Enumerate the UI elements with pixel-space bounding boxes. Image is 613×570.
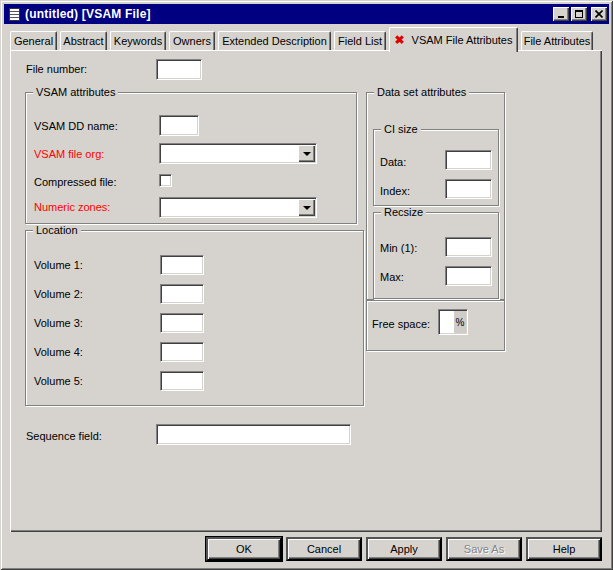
recsize-max-label: Max: <box>380 271 404 283</box>
tab-extended-description[interactable]: Extended Description <box>218 31 331 50</box>
minimize-icon <box>558 16 564 18</box>
numeric-zones-dropdown-button[interactable] <box>298 199 315 216</box>
ci-data-label: Data: <box>380 156 406 168</box>
volume-3-label: Volume 3: <box>34 317 83 329</box>
ci-index-input[interactable] <box>445 179 492 199</box>
numeric-zones-value <box>163 201 296 215</box>
tab-vsam-file-attributes[interactable]: ✖ VSAM File Attributes <box>389 27 518 52</box>
data-set-attributes-group: Data set attributes CI size Data: Index:… <box>366 92 505 300</box>
location-group: Location Volume 1: Volume 2: Volume 3: V… <box>25 230 364 406</box>
free-space-group: Free space: % <box>366 300 505 351</box>
ci-data-input[interactable] <box>445 150 492 170</box>
volume-2-input[interactable] <box>160 284 204 304</box>
volume-1-input[interactable] <box>160 255 204 275</box>
recsize-title: Recsize <box>381 207 426 218</box>
vsam-file-attributes-page: File number: VSAM attributes VSAM DD nam… <box>10 50 602 532</box>
file-number-label: File number: <box>26 63 87 75</box>
volume-1-label: Volume 1: <box>34 259 83 271</box>
free-space-label: Free space: <box>372 318 430 330</box>
volume-4-label: Volume 4: <box>34 346 83 358</box>
maximize-button[interactable] <box>571 7 587 21</box>
ci-size-group: CI size Data: Index: <box>373 129 499 206</box>
document-icon <box>9 8 20 21</box>
vsam-dd-name-label: VSAM DD name: <box>34 120 118 132</box>
tab-keywords[interactable]: Keywords <box>110 31 166 50</box>
red-x-icon: ✖ <box>395 34 405 46</box>
maximize-icon <box>575 10 583 18</box>
chevron-down-icon <box>303 206 311 210</box>
vsam-file-org-select[interactable] <box>159 143 317 164</box>
sequence-field-input[interactable] <box>156 424 351 445</box>
compressed-file-label: Compressed file: <box>34 176 117 188</box>
data-set-attributes-title: Data set attributes <box>374 87 469 98</box>
tab-file-attributes[interactable]: File Attributes <box>521 31 593 50</box>
volume-2-label: Volume 2: <box>34 288 83 300</box>
ci-size-title: CI size <box>381 124 421 135</box>
volume-5-label: Volume 5: <box>34 375 83 387</box>
chevron-down-icon <box>303 152 311 156</box>
vsam-dd-name-input[interactable] <box>159 115 199 136</box>
close-button[interactable] <box>591 7 607 21</box>
close-icon <box>595 10 603 18</box>
window-title: (untitled) [VSAM File] <box>25 7 551 21</box>
help-button[interactable]: Help <box>526 537 602 561</box>
cancel-button[interactable]: Cancel <box>286 537 362 561</box>
tab-field-list[interactable]: Field List <box>334 31 386 50</box>
volume-3-input[interactable] <box>160 313 204 333</box>
recsize-min-input[interactable] <box>445 237 492 257</box>
numeric-zones-select[interactable] <box>159 197 317 218</box>
ci-index-label: Index: <box>380 185 410 197</box>
numeric-zones-label: Numeric zones: <box>34 201 110 213</box>
vsam-file-dialog: (untitled) [VSAM File] General Abstract … <box>0 0 613 570</box>
tab-abstract[interactable]: Abstract <box>60 31 107 50</box>
vsam-file-org-label: VSAM file org: <box>34 148 104 160</box>
recsize-max-input[interactable] <box>445 266 492 286</box>
free-space-input[interactable] <box>440 311 454 333</box>
compressed-file-checkbox[interactable] <box>159 174 172 187</box>
vsam-file-org-value <box>163 147 296 161</box>
recsize-min-label: Min (1): <box>380 242 417 254</box>
apply-button[interactable]: Apply <box>366 537 442 561</box>
volume-5-input[interactable] <box>160 371 204 391</box>
vsam-file-org-dropdown-button[interactable] <box>298 145 315 162</box>
ok-button[interactable]: OK <box>206 537 282 561</box>
minimize-button[interactable] <box>553 7 569 21</box>
sequence-field-label: Sequence field: <box>26 430 102 442</box>
tab-general[interactable]: General <box>10 31 57 50</box>
titlebar: (untitled) [VSAM File] <box>4 4 609 24</box>
vsam-attributes-group: VSAM attributes VSAM DD name: VSAM file … <box>25 92 357 224</box>
tab-owners[interactable]: Owners <box>169 31 215 50</box>
file-number-input[interactable] <box>156 59 202 80</box>
tab-strip: General Abstract Keywords Owners Extende… <box>10 29 596 50</box>
location-title: Location <box>33 225 81 236</box>
recsize-group: Recsize Min (1): Max: <box>373 212 499 299</box>
free-space-unit: % <box>454 311 466 333</box>
volume-4-input[interactable] <box>160 342 204 362</box>
free-space-field: % <box>438 309 468 335</box>
save-as-button: Save As <box>446 537 522 561</box>
vsam-attributes-title: VSAM attributes <box>33 87 118 98</box>
